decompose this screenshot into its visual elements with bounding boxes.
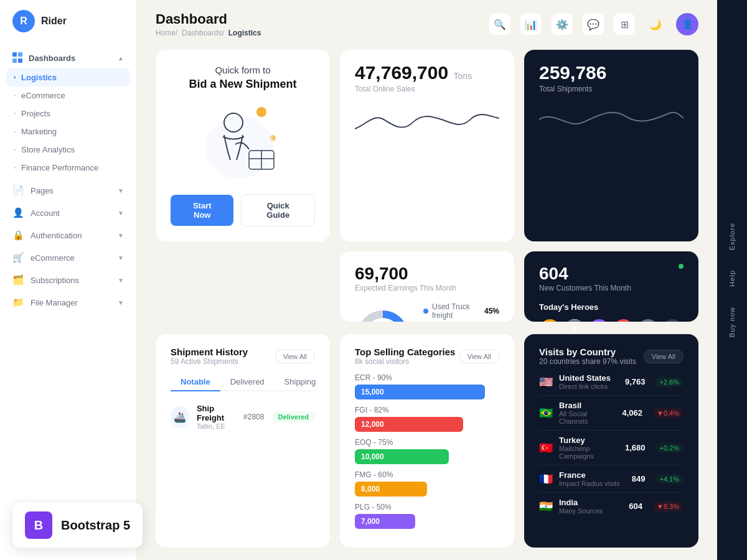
sidebar-item-account[interactable]: 👤 Account ▼ <box>0 202 136 224</box>
visits-view-all-button[interactable]: View All <box>644 350 684 363</box>
form-subtitle: Bid a New Shipment <box>189 78 296 91</box>
in-name: India <box>559 498 622 507</box>
total-sales-label: Total Online Sales <box>355 85 499 93</box>
tab-shipping[interactable]: Shipping <box>275 373 326 391</box>
shipment-title: Shipment History <box>171 347 248 357</box>
country-us: 🇺🇸 United States Direct link clicks 9,76… <box>539 368 684 396</box>
total-shipments-label: Total Shipments <box>539 85 684 93</box>
selling-subtitle: 8k social visitors <box>355 357 455 366</box>
user-avatar[interactable]: 👤 <box>676 13 698 35</box>
us-source: Direct link clicks <box>559 383 619 390</box>
fr-name: France <box>559 470 626 480</box>
heroes-label: Today's Heroes <box>539 302 684 312</box>
pages-icon: 📄 <box>12 185 24 196</box>
us-flag: 🇺🇸 <box>539 375 553 389</box>
shipment-history-card: Shipment History 59 Active Shipments Vie… <box>156 334 330 548</box>
shipment-view-all-button[interactable]: View All <box>275 350 315 363</box>
sidebar-item-marketing[interactable]: Marketing <box>0 123 136 141</box>
sidebar: R Rider Dashboards ▲ Logistics eCommerce… <box>0 0 137 560</box>
messages-button[interactable]: 💬 <box>583 14 604 35</box>
bar-fgi-value: 12,000 <box>361 420 384 429</box>
search-button[interactable]: 🔍 <box>489 14 510 35</box>
in-visits: 604 <box>629 502 642 511</box>
br-change: ▼0.4% <box>652 408 684 418</box>
sidebar-item-store-analytics[interactable]: Store Analytics <box>0 141 136 159</box>
bar-eoq-label: EOQ - 75% <box>355 438 499 447</box>
visits-subtitle: 20 countries share 97% visits <box>539 357 636 366</box>
bootstrap-text: Bootstrap 5 <box>61 518 130 533</box>
tr-name: Turkey <box>559 436 619 445</box>
bar-eoq-track: 10,000 <box>355 449 449 464</box>
truck-freight-legend: Used Truck freight 45% <box>423 302 499 320</box>
delivered-badge: Delivered <box>271 411 315 422</box>
explore-button[interactable]: Explore <box>723 213 741 260</box>
subscriptions-icon: 🗂️ <box>12 274 24 286</box>
tr-flag: 🇹🇷 <box>539 441 553 455</box>
subscriptions-chevron: ▼ <box>118 277 124 284</box>
total-shipments-card: 259,786 Total Shipments <box>524 50 698 241</box>
tab-delivered[interactable]: Delivered <box>220 373 275 391</box>
total-sales-unit: Tons <box>454 71 472 81</box>
country-fr: 🇫🇷 France Impact Radius visits 849 +4.1% <box>539 465 684 493</box>
start-now-button[interactable]: Start Now <box>171 195 233 226</box>
in-source: Many Sources <box>559 507 622 515</box>
quick-guide-button[interactable]: Quick Guide <box>241 194 315 226</box>
bar-ecr-track: 15,000 <box>355 385 485 399</box>
sidebar-item-projects[interactable]: Projects <box>0 105 136 123</box>
avatar-4: P <box>613 318 634 322</box>
country-br: 🇧🇷 Brasil All Social Channels 4,062 ▼0.4… <box>539 396 684 431</box>
earnings-card: 69,700 Expected Earnings This Month <box>340 251 514 322</box>
ecommerce-chevron: ▼ <box>118 254 124 261</box>
bar-ecr-value: 15,000 <box>361 388 384 396</box>
sidebar-item-ecommerce[interactable]: eCommerce <box>0 86 136 105</box>
bar-ecr: ECR - 90% 15,000 <box>355 373 499 399</box>
bar-fmg-value: 8,000 <box>361 485 380 493</box>
shipment-subtitle: 59 Active Shipments <box>171 357 248 366</box>
selling-title: Top Selling Categories <box>355 347 455 357</box>
tab-notable[interactable]: Notable <box>171 373 220 391</box>
sidebar-item-finance-performance[interactable]: Finance Performance <box>0 159 136 177</box>
sidebar-item-ecommerce-main[interactable]: 🛒 eCommerce ▼ <box>0 246 136 269</box>
fr-visits: 849 <box>632 474 646 483</box>
sidebar-item-authentication[interactable]: 🔒 Authentication ▼ <box>0 224 136 246</box>
bottom-cards-row: Shipment History 59 Active Shipments Vie… <box>137 334 717 560</box>
ecommerce-icon: 🛒 <box>12 252 24 263</box>
fr-change: +4.1% <box>655 474 684 484</box>
avatar-5 <box>637 318 659 322</box>
top-cards-grid: Quick form to Bid a New Shipment <box>137 44 717 334</box>
bar-plg-value: 7,000 <box>361 517 380 526</box>
file-manager-chevron: ▼ <box>118 299 124 306</box>
page-title: Dashboard <box>156 11 261 27</box>
form-illustration <box>193 101 293 182</box>
right-panel: Explore Help Buy now <box>717 0 747 560</box>
dark-mode-toggle[interactable]: 🌙 <box>645 14 666 35</box>
bar-eoq: EOQ - 75% 10,000 <box>355 438 499 464</box>
br-flag: 🇧🇷 <box>539 406 553 420</box>
logo: R Rider <box>0 10 136 45</box>
ship-location: Tallin, EE <box>197 422 236 430</box>
tr-source: Mailchimp Campaigns <box>559 445 619 460</box>
dashboards-icon <box>12 52 24 63</box>
account-icon: 👤 <box>12 207 24 218</box>
selling-view-all-button[interactable]: View All <box>459 350 499 363</box>
country-in: 🇮🇳 India Many Sources 604 ▼8.3% <box>539 493 684 520</box>
sidebar-item-subscriptions[interactable]: 🗂️ Subscriptions ▼ <box>0 269 136 291</box>
br-source: All Social Channels <box>559 410 616 425</box>
account-chevron: ▼ <box>118 210 124 217</box>
help-button[interactable]: Help <box>723 260 741 297</box>
buy-now-button[interactable]: Buy now <box>723 297 741 347</box>
sidebar-dashboards-header[interactable]: Dashboards ▲ <box>0 47 136 68</box>
avatar-2: S <box>563 318 585 322</box>
truck-dot <box>423 309 428 314</box>
bar-plg: PLG - 50% 7,000 <box>355 503 499 529</box>
us-visits: 9,763 <box>625 377 646 386</box>
sidebar-item-file-manager[interactable]: 📁 File Manager ▼ <box>0 291 136 314</box>
grid-button[interactable]: ⊞ <box>614 14 635 35</box>
analytics-button[interactable]: 📊 <box>520 14 542 35</box>
tr-change: +0.2% <box>655 443 684 453</box>
bar-ecr-label: ECR - 90% <box>355 373 499 382</box>
total-sales-card: 47,769,700 Tons Total Online Sales <box>340 50 514 241</box>
settings-button[interactable]: ⚙️ <box>552 14 573 35</box>
sidebar-item-pages[interactable]: 📄 Pages ▼ <box>0 179 136 202</box>
sidebar-item-logistics[interactable]: Logistics <box>6 68 130 86</box>
